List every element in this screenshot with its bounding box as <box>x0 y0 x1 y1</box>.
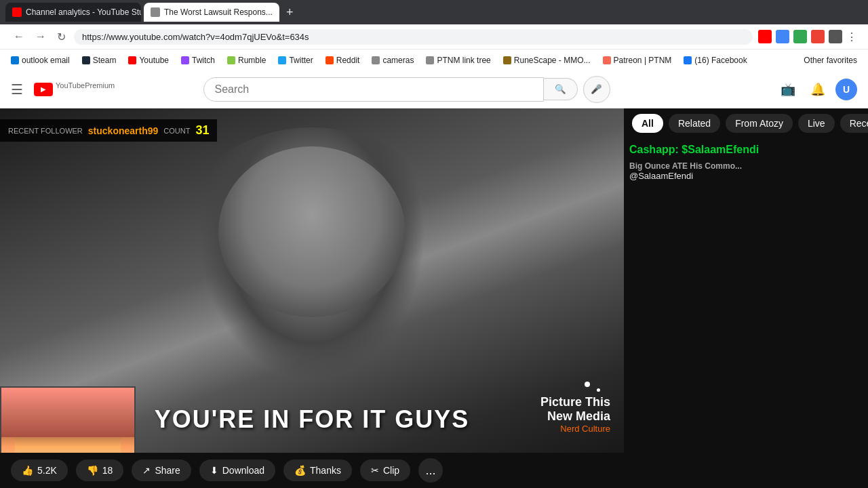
bookmark-patreon[interactable]: Patreon | PTNM <box>597 53 677 68</box>
search-button[interactable]: 🔍 <box>544 78 578 100</box>
reload-button[interactable]: ↻ <box>54 28 68 46</box>
new-tab-button[interactable]: + <box>282 5 298 20</box>
ext-icon-4[interactable] <box>811 30 825 43</box>
thanks-icon: 💰 <box>294 465 306 476</box>
forward-button[interactable]: → <box>33 28 49 45</box>
bookmark-rumble-label: Rumble <box>238 56 266 65</box>
recent-follower-banner: RECENT FOLLOWER stuckonearth99 COUNT 31 <box>0 119 217 142</box>
watermark-line1: Picture This <box>540 395 610 409</box>
bookmark-steam-icon <box>82 56 90 64</box>
bookmark-cameras[interactable]: cameras <box>366 53 419 68</box>
bookmark-rumble[interactable]: Rumble <box>222 53 271 68</box>
clip-button[interactable]: ✂ Clip <box>360 460 410 481</box>
count-label: COUNT <box>163 127 190 135</box>
clip-label: Clip <box>383 465 399 476</box>
bookmark-twitch[interactable]: Twitch <box>176 53 220 68</box>
dislike-count: 18 <box>102 465 113 476</box>
youtube-header: ☰ YouTubePremium 🔍 🎤 📺 🔔 U <box>0 70 868 108</box>
extension-icons: ⋮ <box>758 30 857 43</box>
bookmark-twitch-icon <box>181 56 189 64</box>
cast-button[interactable]: 📺 <box>776 77 800 102</box>
bookmark-facebook[interactable]: (16) Facebook <box>678 53 752 68</box>
bookmark-runescape-icon <box>503 56 511 64</box>
tab-live[interactable]: Live <box>798 114 835 133</box>
bookmark-runescape[interactable]: RuneScape - MMO... <box>498 53 596 68</box>
video-container: YOU'RE IN FOR IT GUYS RECENT FOLLOWER st… <box>0 108 624 488</box>
tab-from-atozy[interactable]: From Atozy <box>726 114 793 133</box>
other-bookmarks[interactable]: Other favorites <box>798 53 863 68</box>
head-shape <box>218 146 406 317</box>
watermark-dot1 <box>585 382 590 387</box>
search-container: 🔍 🎤 <box>203 76 610 103</box>
user-avatar[interactable]: U <box>835 79 857 100</box>
bookmark-twitch-label: Twitch <box>192 56 215 65</box>
share-button[interactable]: ↗ Share <box>132 460 191 481</box>
download-label: Download <box>222 465 264 476</box>
watermark-dot2 <box>597 388 600 392</box>
notifications-button[interactable]: 🔔 <box>806 77 830 102</box>
recent-follower-name: stuckonearth99 <box>88 125 158 136</box>
tab-1-label: Channel analytics - YouTube Stu... <box>26 7 141 17</box>
right-sidebar: All Related From Atozy Live Recent › Cas… <box>624 108 868 488</box>
dislike-icon: 👎 <box>87 465 98 476</box>
like-count: 5.2K <box>37 465 57 476</box>
watermark-line2: New Media <box>540 409 610 424</box>
bookmark-ptnm[interactable]: PTNM link tree <box>420 53 496 68</box>
ext-icon-2[interactable] <box>776 30 789 43</box>
bookmark-cameras-icon <box>372 56 380 64</box>
download-button[interactable]: ⬇ Download <box>199 460 275 481</box>
bookmark-cameras-label: cameras <box>382 56 414 65</box>
tab-related[interactable]: Related <box>669 114 720 133</box>
video-subtitle: YOU'RE IN FOR IT GUYS <box>155 405 470 434</box>
share-label: Share <box>155 465 180 476</box>
search-box[interactable] <box>203 77 544 102</box>
chat-message-1: Cashapp: $SalaamEfendi <box>629 144 863 156</box>
bookmark-youtube[interactable]: Youtube <box>123 53 174 68</box>
download-icon: ⬇ <box>210 465 218 476</box>
bookmark-reddit[interactable]: Reddit <box>320 53 366 68</box>
youtube-logo-icon <box>34 83 53 96</box>
bookmark-steam[interactable]: Steam <box>77 53 122 68</box>
tab-2[interactable]: The Worst Lawsuit Respons... ✕ <box>144 3 279 22</box>
chat-cashapp-label: Cashapp: $SalaamEfendi <box>629 144 863 156</box>
url-text: https://www.youtube.com/watch?v=4odm7qjU… <box>82 32 745 42</box>
bookmark-outlook-label: outlook email <box>22 56 70 65</box>
recent-follower-label: RECENT FOLLOWER <box>8 127 83 135</box>
chat-area: Cashapp: $SalaamEfendi Big Ounce ATE His… <box>624 138 868 488</box>
search-input[interactable] <box>215 83 532 96</box>
url-box[interactable]: https://www.youtube.com/watch?v=4odm7qjU… <box>74 29 753 45</box>
hamburger-menu[interactable]: ☰ <box>11 81 23 98</box>
ext-icon-1[interactable] <box>758 30 772 43</box>
main-content: YOU'RE IN FOR IT GUYS RECENT FOLLOWER st… <box>0 108 868 488</box>
bookmark-patreon-icon <box>603 56 611 64</box>
ext-icon-5[interactable] <box>829 30 842 43</box>
dislike-button[interactable]: 👎 18 <box>76 460 124 481</box>
bookmark-twitter-icon <box>278 56 286 64</box>
thanks-button[interactable]: 💰 Thanks <box>283 460 352 481</box>
bookmark-patreon-label: Patreon | PTNM <box>614 56 672 65</box>
more-actions-button[interactable]: ... <box>418 458 443 483</box>
bookmarks-bar: outlook email Steam Youtube Twitch Rumbl… <box>0 49 868 70</box>
bookmark-ptnm-icon <box>426 56 434 64</box>
bookmark-facebook-icon <box>684 56 692 64</box>
browser-chrome: Channel analytics - YouTube Stu... ✕ The… <box>0 0 868 70</box>
tab-bar: Channel analytics - YouTube Stu... ✕ The… <box>0 0 868 24</box>
ext-more[interactable]: ⋮ <box>846 30 857 43</box>
tab-recent[interactable]: Recent <box>840 114 868 133</box>
more-icon: ... <box>426 464 436 478</box>
bookmark-youtube-label: Youtube <box>139 56 169 65</box>
like-button[interactable]: 👍 5.2K <box>11 460 68 481</box>
tab-2-label: The Worst Lawsuit Respons... <box>164 7 273 17</box>
ext-icon-3[interactable] <box>793 30 807 43</box>
tab-all[interactable]: All <box>632 114 663 133</box>
youtube-logo[interactable]: YouTubePremium <box>34 81 115 97</box>
watermark: Picture This New Media Nerd Culture <box>540 395 610 434</box>
bookmark-outlook[interactable]: outlook email <box>5 53 75 68</box>
sidebar-tabs: All Related From Atozy Live Recent › <box>624 108 868 138</box>
bookmark-twitter[interactable]: Twitter <box>273 53 318 68</box>
tab-1[interactable]: Channel analytics - YouTube Stu... ✕ <box>5 3 141 22</box>
mic-button[interactable]: 🎤 <box>583 76 610 103</box>
back-button[interactable]: ← <box>11 28 27 45</box>
bookmark-steam-label: Steam <box>93 56 117 65</box>
like-icon: 👍 <box>22 465 33 476</box>
